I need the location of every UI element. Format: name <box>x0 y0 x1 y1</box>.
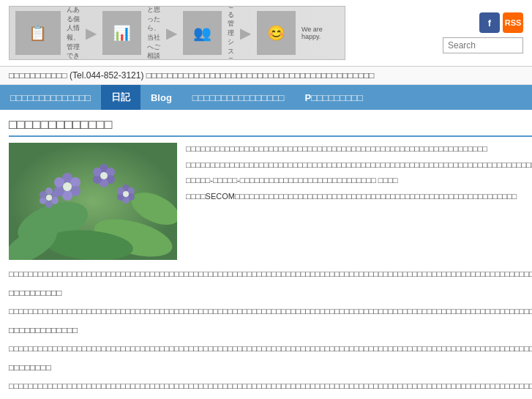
body-para-1: □□□□□□□□□□□□□□□□□□□□□□□□□□□□□□□□□□□□□□□□… <box>9 267 532 281</box>
summary-line-2: □□□□□□□□□□□□□□□□□□□□□□□□□□□□□□□□□□□□□□□□… <box>186 159 532 172</box>
svg-point-33 <box>123 191 129 197</box>
nav-item-profile[interactable]: P□□□□□□□□□ <box>294 85 372 110</box>
svg-point-26 <box>46 195 52 201</box>
body-heading-1: □□□□□□□□□□ <box>9 286 532 300</box>
body-para-3: □□□□□□□□□□□□□□□□□□□□□□□□□□□□□□□□□□□□□□□□… <box>9 342 532 356</box>
rss-icon[interactable]: RSS <box>503 12 523 33</box>
summary-line-1: □□□□□□□□□□□□□□□□□□□□□□□□□□□□□□□□□□□□□□□□… <box>186 143 532 156</box>
main-nav: □□□□□□□□□□□□□□ 日記 Blog □□□□□□□□□□□□□□□□ … <box>0 85 532 110</box>
article-body: □□□□□□□□□□□□□□□□□□□□□□□□□□□□□□□□□□□□□□□□… <box>9 267 532 399</box>
header-right: f RSS <box>443 12 523 53</box>
svg-point-11 <box>54 177 64 187</box>
summary-line-4: □□□□SECOM□□□□□□□□□□□□□□□□□□□□□□□□□□□□□□□… <box>186 190 532 204</box>
phone-text: □□□□□□□□□□□ (Tel.044-852-3121) □□□□□□□□□… <box>9 70 374 81</box>
main-layout: □□□□□□□□□□□□□ <box>0 110 532 399</box>
header-banner: 📋 □□□にたくさんある個人情 報、管理できてますか? ▶ 📊 どうかな? と思… <box>9 6 345 60</box>
body-heading-2: □□□□□□□□□□□□□ <box>9 323 532 338</box>
svg-point-19 <box>100 172 108 179</box>
social-icons: f RSS <box>479 12 523 33</box>
svg-point-25 <box>40 191 47 198</box>
page-title: □□□□□□□□□□□□□ <box>9 117 532 137</box>
article-content: □□□□□□□□□□□□□ <box>0 110 532 399</box>
facebook-icon[interactable]: f <box>479 12 500 33</box>
body-heading-3: □□□□□□□□ <box>9 360 532 375</box>
page-header: 📋 □□□にたくさんある個人情 報、管理できてますか? ▶ 📊 どうかな? と思… <box>0 0 532 67</box>
nav-item-blog[interactable]: Blog <box>141 85 182 110</box>
summary-line-3: □□□□□-□□□□□-□□□□□□□□□□□□□□□□□□□□□□□□□□□□… <box>186 174 532 187</box>
article-summary: □□□□□□□□□□□□□□□□□□□□□□□□□□□□□□□□□□□□□□□□… <box>186 143 532 260</box>
nav-item-services[interactable]: □□□□□□□□□□□□□□□□ <box>182 85 295 110</box>
phone-bar: □□□□□□□□□□□ (Tel.044-852-3121) □□□□□□□□□… <box>0 67 532 85</box>
article-top: □□□□□□□□□□□□□□□□□□□□□□□□□□□□□□□□□□□□□□□□… <box>9 143 532 260</box>
body-para-2: □□□□□□□□□□□□□□□□□□□□□□□□□□□□□□□□□□□□□□□□… <box>9 305 532 318</box>
svg-point-7 <box>70 177 80 187</box>
svg-point-12 <box>63 182 72 191</box>
search-input[interactable] <box>443 37 523 53</box>
article-image <box>9 143 177 260</box>
nav-item-diary[interactable]: 日記 <box>101 85 141 110</box>
body-para-4: □□□□□□□□□□□□□□□□□□□□□□□□□□□□□□□□□□□□□□□□… <box>9 379 532 393</box>
nav-item-home[interactable]: □□□□□□□□□□□□□□ <box>0 85 101 110</box>
